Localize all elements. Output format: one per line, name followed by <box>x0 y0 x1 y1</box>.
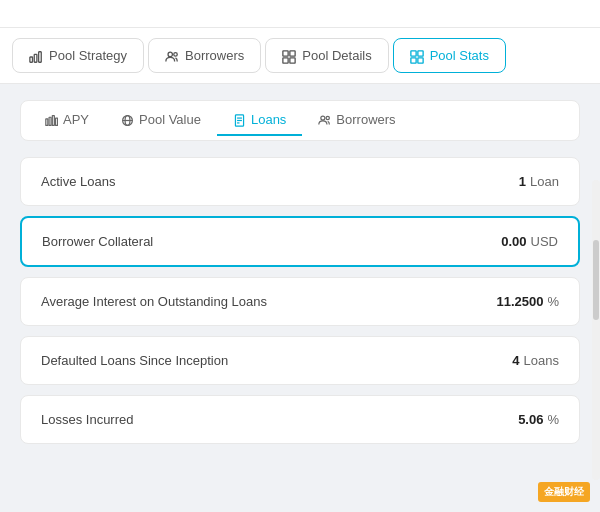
svg-rect-15 <box>52 116 54 126</box>
stats-list: Active Loans 1Loan Borrower Collateral 0… <box>20 157 580 444</box>
svg-point-24 <box>321 116 325 120</box>
stat-row-defaulted-loans: Defaulted Loans Since Inception 4Loans <box>20 336 580 385</box>
sub-tab-bar: APY Pool Value <box>20 100 580 141</box>
svg-rect-10 <box>418 51 423 56</box>
svg-rect-8 <box>290 58 295 63</box>
svg-rect-1 <box>34 54 37 62</box>
svg-rect-9 <box>411 51 416 56</box>
borrower-collateral-label: Borrower Collateral <box>42 234 153 249</box>
subtab-apy[interactable]: APY <box>29 105 105 136</box>
borrower-collateral-value: 0.00USD <box>501 234 558 249</box>
doc-icon <box>233 112 246 127</box>
tab-pool-stats[interactable]: Pool Stats <box>393 38 506 72</box>
svg-rect-2 <box>39 51 42 62</box>
subtab-loans[interactable]: Loans <box>217 105 302 136</box>
subtab-pool-value-label: Pool Value <box>139 112 201 127</box>
tab-borrowers[interactable]: Borrowers <box>148 38 261 72</box>
main-tab-bar: Pool Strategy Borrowers Pool Details <box>0 28 600 84</box>
users2-icon <box>318 112 331 127</box>
losses-incurred-label: Losses Incurred <box>41 412 134 427</box>
average-interest-value: 11.2500% <box>496 294 559 309</box>
svg-rect-6 <box>290 51 295 56</box>
svg-point-25 <box>326 117 329 120</box>
tab-pool-stats-label: Pool Stats <box>430 48 489 63</box>
svg-rect-11 <box>411 58 416 63</box>
main-content: APY Pool Value <box>0 84 600 460</box>
svg-rect-0 <box>30 57 33 62</box>
top-bar <box>0 0 600 28</box>
tab-pool-details-label: Pool Details <box>302 48 371 63</box>
defaulted-loans-label: Defaulted Loans Since Inception <box>41 353 228 368</box>
svg-rect-13 <box>46 119 48 126</box>
tab-pool-strategy-label: Pool Strategy <box>49 48 127 63</box>
active-loans-label: Active Loans <box>41 174 115 189</box>
stat-row-losses-incurred: Losses Incurred 5.06% <box>20 395 580 444</box>
stat-row-average-interest: Average Interest on Outstanding Loans 11… <box>20 277 580 326</box>
watermark: 金融财经 <box>538 482 590 502</box>
subtab-pool-value[interactable]: Pool Value <box>105 105 217 136</box>
scrollbar-thumb[interactable] <box>593 240 599 320</box>
subtab-borrowers[interactable]: Borrowers <box>302 105 411 136</box>
stat-row-borrower-collateral: Borrower Collateral 0.00USD <box>20 216 580 267</box>
stat-row-active-loans: Active Loans 1Loan <box>20 157 580 206</box>
tab-pool-strategy[interactable]: Pool Strategy <box>12 38 144 72</box>
subtab-borrowers-label: Borrowers <box>336 112 395 127</box>
coin-icon <box>121 112 134 127</box>
svg-rect-12 <box>418 58 423 63</box>
svg-point-3 <box>168 52 172 56</box>
svg-point-4 <box>174 52 178 56</box>
grid-icon <box>282 47 296 63</box>
svg-rect-16 <box>56 118 58 125</box>
bar-icon <box>45 112 58 127</box>
stats-icon <box>410 47 424 63</box>
svg-rect-5 <box>283 51 288 56</box>
chart-icon <box>29 47 43 63</box>
average-interest-label: Average Interest on Outstanding Loans <box>41 294 267 309</box>
subtab-apy-label: APY <box>63 112 89 127</box>
users-icon <box>165 47 179 63</box>
subtab-loans-label: Loans <box>251 112 286 127</box>
losses-incurred-value: 5.06% <box>518 412 559 427</box>
scrollbar[interactable] <box>592 180 600 480</box>
tab-borrowers-label: Borrowers <box>185 48 244 63</box>
svg-rect-14 <box>49 117 51 125</box>
active-loans-value: 1Loan <box>519 174 559 189</box>
defaulted-loans-value: 4Loans <box>512 353 559 368</box>
tab-pool-details[interactable]: Pool Details <box>265 38 388 72</box>
svg-rect-7 <box>283 58 288 63</box>
